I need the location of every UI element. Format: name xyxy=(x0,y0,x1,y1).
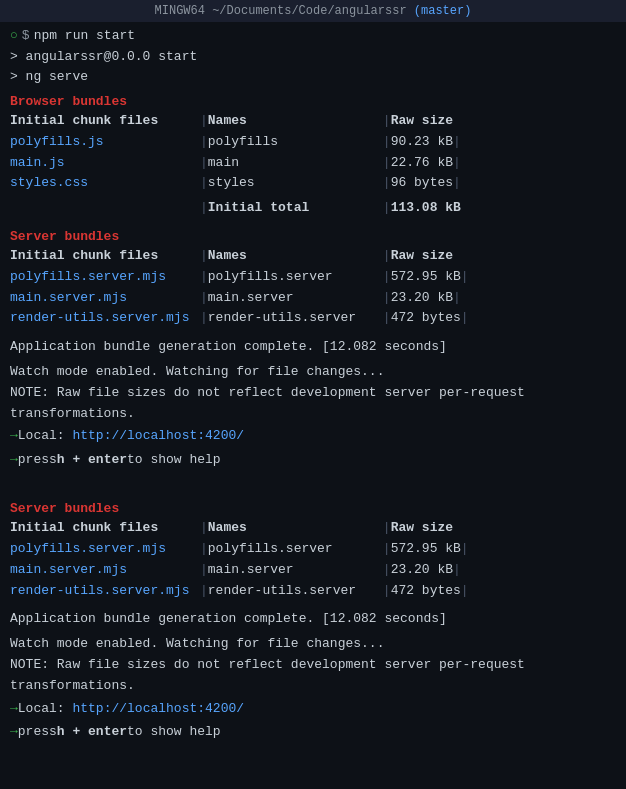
browser-col2-header: Names xyxy=(208,111,383,132)
prompt-symbol: $ xyxy=(22,28,30,43)
server2-size-1: 23.20 kB xyxy=(391,560,453,581)
sep3: | xyxy=(200,246,208,267)
arrow-icon-4: → xyxy=(10,720,18,743)
terminal: MINGW64 ~/Documents/Code/angularssr (mas… xyxy=(0,0,626,789)
server-col1-header-1: Initial chunk files xyxy=(10,246,200,267)
server2-file-1: main.server.mjs xyxy=(10,560,200,581)
server2-row-1: main.server.mjs | main.server | 23.20 kB… xyxy=(10,560,616,581)
browser-name-0: polyfills xyxy=(208,132,383,153)
server-bundles-header-1: Server bundles xyxy=(10,229,616,244)
title-branch: (master) xyxy=(414,4,472,18)
server1-name-2: render-utils.server xyxy=(208,308,383,329)
server-col2-header-2: Names xyxy=(208,518,383,539)
press-line-2: → press h + enter to show help xyxy=(10,720,616,743)
server-col2-header-1: Names xyxy=(208,246,383,267)
server2-row-2: render-utils.server.mjs | render-utils.s… xyxy=(10,581,616,602)
terminal-content: ○ $ npm run start > angularssr@0.0.0 sta… xyxy=(0,22,626,749)
completion-msg-1: Application bundle generation complete. … xyxy=(10,337,616,358)
total-value: 113.08 kB xyxy=(391,198,461,219)
sep1: | xyxy=(200,111,208,132)
server1-file-0: polyfills.server.mjs xyxy=(10,267,200,288)
server-table-header-2: Initial chunk files | Names | Raw size xyxy=(10,518,616,539)
browser-row-0: polyfills.js | polyfills | 90.23 kB | xyxy=(10,132,616,153)
note-msg-1: NOTE: Raw file sizes do not reflect deve… xyxy=(10,383,616,425)
prompt-command: npm run start xyxy=(34,28,135,43)
press-hint-2b: to show help xyxy=(127,720,221,743)
browser-row-2: styles.css | styles | 96 bytes | xyxy=(10,173,616,194)
server1-row-0: polyfills.server.mjs | polyfills.server … xyxy=(10,267,616,288)
press-key-1: h + enter xyxy=(57,448,127,471)
browser-row-1: main.js | main | 22.76 kB | xyxy=(10,153,616,174)
browser-total-row: | Initial total | 113.08 kB xyxy=(10,198,616,219)
server2-file-2: render-utils.server.mjs xyxy=(10,581,200,602)
start-line1: > angularssr@0.0.0 start xyxy=(10,47,616,67)
local-line-2: → Local: http://localhost:4200/ xyxy=(10,697,616,720)
server-bundles-header-2: Server bundles xyxy=(10,501,616,516)
browser-name-2: styles xyxy=(208,173,383,194)
prompt-dot: ○ xyxy=(10,28,18,43)
total-spacer xyxy=(10,198,200,219)
arrow-icon-1: → xyxy=(10,424,18,447)
browser-file-2: styles.css xyxy=(10,173,200,194)
server1-size-0: 572.95 kB xyxy=(391,267,461,288)
start-line2: > ng serve xyxy=(10,67,616,87)
server2-row-0: polyfills.server.mjs | polyfills.server … xyxy=(10,539,616,560)
total-label-text: Initial total xyxy=(208,198,383,219)
arrow-icon-2: → xyxy=(10,448,18,471)
server1-name-1: main.server xyxy=(208,288,383,309)
press-line-1: → press h + enter to show help xyxy=(10,448,616,471)
sep6: | xyxy=(383,518,391,539)
local-url-2: http://localhost:4200/ xyxy=(72,697,244,720)
local-url-1: http://localhost:4200/ xyxy=(72,424,244,447)
browser-size-1: 22.76 kB xyxy=(391,153,453,174)
browser-file-1: main.js xyxy=(10,153,200,174)
press-key-2: h + enter xyxy=(57,720,127,743)
server1-name-0: polyfills.server xyxy=(208,267,383,288)
server2-name-2: render-utils.server xyxy=(208,581,383,602)
server1-row-2: render-utils.server.mjs | render-utils.s… xyxy=(10,308,616,329)
local-line-1: → Local: http://localhost:4200/ xyxy=(10,424,616,447)
server-col3-header-1: Raw size xyxy=(391,246,453,267)
note-msg-2: NOTE: Raw file sizes do not reflect deve… xyxy=(10,655,616,697)
browser-file-0: polyfills.js xyxy=(10,132,200,153)
server-table-header-1: Initial chunk files | Names | Raw size xyxy=(10,246,616,267)
server1-row-1: main.server.mjs | main.server | 23.20 kB… xyxy=(10,288,616,309)
server1-file-1: main.server.mjs xyxy=(10,288,200,309)
browser-bundles-header: Browser bundles xyxy=(10,94,616,109)
server2-size-0: 572.95 kB xyxy=(391,539,461,560)
press-hint-1: press xyxy=(18,448,57,471)
server2-file-0: polyfills.server.mjs xyxy=(10,539,200,560)
title-bar: MINGW64 ~/Documents/Code/angularssr (mas… xyxy=(0,0,626,22)
press-hint-1b: to show help xyxy=(127,448,221,471)
prompt-line: ○ $ npm run start xyxy=(10,28,616,43)
server2-name-0: polyfills.server xyxy=(208,539,383,560)
local-label-1: Local: xyxy=(18,424,65,447)
server1-size-1: 23.20 kB xyxy=(391,288,453,309)
watch-msg-1: Watch mode enabled. Watching for file ch… xyxy=(10,362,616,383)
browser-col1-header: Initial chunk files xyxy=(10,111,200,132)
sep5: | xyxy=(200,518,208,539)
browser-size-2: 96 bytes xyxy=(391,173,453,194)
sep4: | xyxy=(383,246,391,267)
arrow-icon-3: → xyxy=(10,697,18,720)
completion-msg-2: Application bundle generation complete. … xyxy=(10,609,616,630)
server-col3-header-2: Raw size xyxy=(391,518,453,539)
press-hint-2: press xyxy=(18,720,57,743)
title-path: MINGW64 ~/Documents/Code/angularssr xyxy=(155,4,407,18)
local-label-2: Local: xyxy=(18,697,65,720)
watch-msg-2: Watch mode enabled. Watching for file ch… xyxy=(10,634,616,655)
browser-table-header: Initial chunk files | Names | Raw size xyxy=(10,111,616,132)
browser-name-1: main xyxy=(208,153,383,174)
sep2: | xyxy=(383,111,391,132)
browser-size-0: 90.23 kB xyxy=(391,132,453,153)
browser-col3-header: Raw size xyxy=(391,111,453,132)
server-col1-header-2: Initial chunk files xyxy=(10,518,200,539)
server2-name-1: main.server xyxy=(208,560,383,581)
server1-file-2: render-utils.server.mjs xyxy=(10,308,200,329)
server1-size-2: 472 bytes xyxy=(391,308,461,329)
server2-size-2: 472 bytes xyxy=(391,581,461,602)
